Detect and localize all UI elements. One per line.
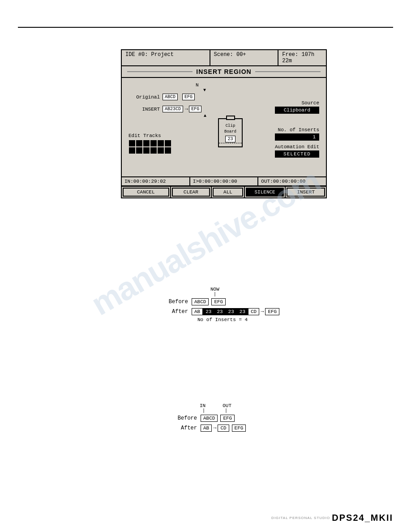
diag2-after-arrow: → bbox=[213, 425, 216, 431]
clear-button-wrap: CLEAR bbox=[171, 187, 212, 197]
button-row: CANCEL CLEAR ALL SILENCE INSERT bbox=[122, 186, 326, 197]
diag1-before-row: Before ABCD EFG bbox=[166, 298, 279, 305]
source-label: Source bbox=[275, 100, 319, 106]
diagram1: NOW | Before ABCD EFG After AB 23 23 23 … bbox=[166, 287, 279, 322]
edit-tracks: Edit Tracks bbox=[128, 133, 173, 154]
brand: DIGITAL PERSONAL STUDIO DPS24_MKII bbox=[271, 513, 393, 523]
diag1-after-23d: 23 bbox=[237, 308, 248, 315]
diag1-after-row: After AB 23 23 23 23 CD → EFG bbox=[166, 308, 279, 315]
diag1-after-23b: 23 bbox=[214, 308, 225, 315]
track-btn-10[interactable] bbox=[150, 147, 157, 154]
diag1-after-23c: 23 bbox=[226, 308, 237, 315]
diag1-note: No of Inserts = 4 bbox=[166, 317, 279, 322]
scene-status: Scene: 00+ bbox=[210, 50, 279, 65]
insert-arrow: → bbox=[185, 106, 188, 112]
original-row: Original ABCD EFG bbox=[128, 94, 319, 100]
diag1-after-23a: 23 bbox=[203, 308, 214, 315]
ide-status: IDE #0: Project bbox=[122, 50, 210, 65]
auto-edit-label: Automation Edit bbox=[275, 144, 319, 150]
now-label: N bbox=[196, 82, 319, 88]
title-line-right bbox=[255, 71, 321, 72]
track-btn-5[interactable] bbox=[158, 140, 164, 146]
dialog-status-bar: IDE #0: Project Scene: 00+ Free: 107h 22… bbox=[122, 50, 326, 66]
insert-label: INSERT bbox=[128, 107, 160, 112]
cancel-button-wrap: CANCEL bbox=[122, 187, 171, 197]
diag2-before-row: Before ABCD EFG bbox=[175, 415, 246, 422]
dialog-body: N ▼ Original ABCD EFG INSERT AB23CD → EF… bbox=[122, 78, 326, 176]
right-panel: Source Clipboard No. of Inserts 1 Automa… bbox=[275, 100, 319, 158]
clipboard-num: 23 bbox=[225, 136, 235, 142]
clipboard-text: ClipBoard bbox=[224, 123, 236, 134]
diag2-before-seg2: EFG bbox=[220, 415, 235, 422]
clipboard-icon: ClipBoard 23 bbox=[218, 118, 243, 147]
track-btn-6[interactable] bbox=[165, 140, 171, 146]
diag2-out-label: OUT bbox=[223, 403, 231, 408]
track-btn-3[interactable] bbox=[143, 140, 150, 146]
diag2-inout-labels: IN OUT bbox=[200, 403, 246, 408]
insert-region-dialog: IDE #0: Project Scene: 00+ Free: 107h 22… bbox=[121, 49, 327, 198]
no-inserts-label: No. of Inserts bbox=[275, 127, 319, 133]
timecode-row: IN:00:00:29:02 I>0:00:00:00:00 OUT:00:00… bbox=[122, 176, 326, 186]
diag2-before-label: Before bbox=[175, 415, 197, 421]
brand-small: DIGITAL PERSONAL STUDIO bbox=[271, 516, 330, 520]
brand-large: DPS24_MKII bbox=[332, 513, 393, 523]
diag2-after-cd: CD bbox=[218, 425, 229, 432]
insert-seg1: AB23CD bbox=[163, 106, 183, 112]
diagram2: IN OUT | | Before ABCD EFG After AB → CD… bbox=[175, 403, 246, 433]
timecode-out: OUT:00:00:00:00 bbox=[258, 177, 326, 185]
all-button[interactable]: ALL bbox=[213, 188, 243, 197]
diag2-after-row: After AB → CD EFG bbox=[175, 425, 246, 432]
diag1-before-seg1: ABCD bbox=[192, 298, 209, 305]
insert-button-wrap: INSERT bbox=[286, 187, 326, 197]
insert-button[interactable]: INSERT bbox=[287, 188, 325, 197]
diag1-before-label: Before bbox=[166, 299, 188, 305]
diag1-after-efg: EFG bbox=[265, 308, 279, 315]
free-status: Free: 107h 22m bbox=[278, 50, 326, 65]
source-value[interactable]: Clipboard bbox=[275, 107, 319, 114]
silence-button-wrap: SILENCE bbox=[245, 187, 286, 197]
track-btn-2[interactable] bbox=[136, 140, 142, 146]
track-btn-8[interactable] bbox=[136, 147, 142, 154]
diag2-before-seg1: ABCD bbox=[201, 415, 218, 422]
diag1-after-label: After bbox=[166, 309, 188, 315]
auto-edit-value[interactable]: SELECTED bbox=[275, 150, 319, 158]
silence-button[interactable]: SILENCE bbox=[246, 188, 284, 197]
diag2-after-efg: EFG bbox=[232, 425, 246, 432]
dialog-title: INSERT REGION bbox=[122, 66, 326, 78]
track-btn-4[interactable] bbox=[150, 140, 157, 146]
cancel-button[interactable]: CANCEL bbox=[123, 188, 169, 197]
insert-seg2: EFG bbox=[189, 106, 201, 112]
diag1-after-ab: AB bbox=[192, 308, 203, 315]
top-rule bbox=[18, 27, 393, 28]
diag2-after-label: After bbox=[175, 425, 197, 431]
title-line-left bbox=[127, 71, 193, 72]
diag1-now-line: | bbox=[214, 292, 279, 297]
timecode-in: IN:00:00:29:02 bbox=[122, 177, 190, 185]
edit-tracks-label: Edit Tracks bbox=[128, 133, 173, 138]
clear-button[interactable]: CLEAR bbox=[172, 188, 210, 197]
timecode-i: I>0:00:00:00:00 bbox=[190, 177, 259, 185]
track-btn-11[interactable] bbox=[158, 147, 164, 154]
diag1-after-arrow: → bbox=[261, 309, 264, 315]
track-btn-7[interactable] bbox=[129, 147, 135, 154]
diag1-after-cd: CD bbox=[248, 308, 259, 315]
track-btn-12[interactable] bbox=[165, 147, 171, 154]
track-btn-9[interactable] bbox=[143, 147, 150, 154]
no-inserts-value[interactable]: 1 bbox=[275, 133, 319, 141]
original-seg2: EFG bbox=[182, 94, 195, 100]
original-label: Original bbox=[128, 94, 160, 100]
now-arrow: ▼ bbox=[203, 88, 319, 93]
diag2-in-label: IN bbox=[200, 403, 206, 408]
diag1-now-label: NOW bbox=[210, 287, 279, 292]
track-buttons-grid bbox=[128, 140, 173, 154]
diag1-before-seg2: EFG bbox=[211, 298, 226, 305]
clipboard-clip bbox=[226, 116, 235, 120]
all-button-wrap: ALL bbox=[212, 187, 245, 197]
diag2-after-ab: AB bbox=[201, 425, 212, 432]
track-btn-1[interactable] bbox=[129, 140, 135, 146]
diag2-pointers: | | bbox=[202, 408, 246, 413]
original-seg1: ABCD bbox=[163, 94, 178, 100]
